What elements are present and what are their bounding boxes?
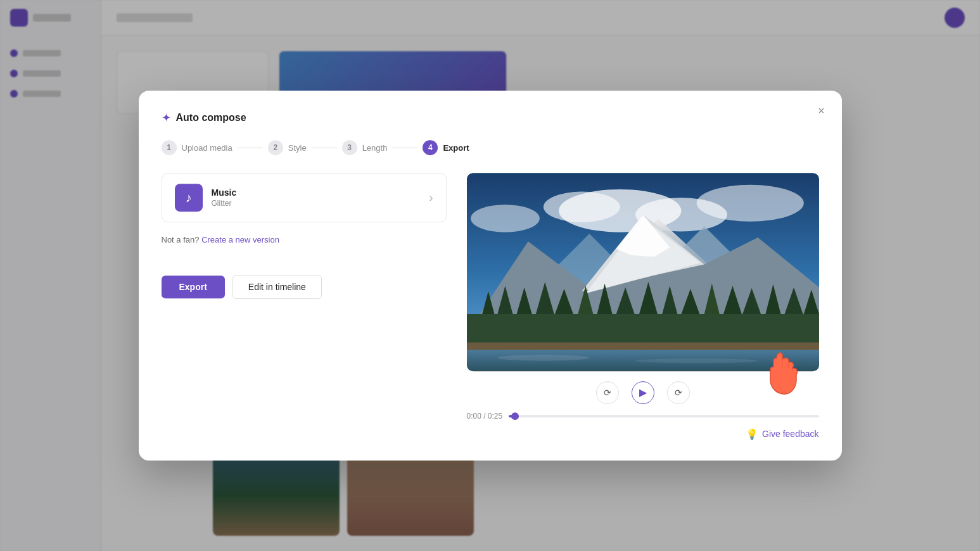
modal-right-panel: ⟳ ▶ ⟳ 0:00 / 0:25 (467, 173, 819, 440)
step-label-2: Style (288, 143, 307, 153)
step-number-1: 1 (162, 140, 177, 155)
chevron-right-icon: › (430, 191, 433, 205)
step-label-1: Upload media (182, 143, 232, 153)
svg-point-4 (696, 185, 803, 222)
give-feedback-label: Give feedback (762, 429, 819, 439)
edit-in-timeline-button[interactable]: Edit in timeline (232, 275, 322, 299)
auto-compose-modal: × ✦ Auto compose 1 Upload media 2 Style … (139, 91, 842, 460)
auto-compose-icon: ✦ (162, 111, 171, 125)
music-card-left: ♪ Music Glitter (175, 184, 237, 212)
stepper: 1 Upload media 2 Style 3 Length 4 Export (162, 140, 819, 155)
play-button[interactable]: ▶ (632, 381, 654, 404)
play-icon: ▶ (639, 386, 647, 398)
step-4: 4 Export (423, 140, 469, 155)
forward-icon: ⟳ (675, 388, 682, 398)
modal-header: ✦ Auto compose (162, 111, 819, 125)
modal-left-panel: ♪ Music Glitter › Not a fan? Create a ne… (162, 173, 447, 440)
time-display: 0:00 / 0:25 (467, 412, 503, 421)
progress-bar[interactable] (509, 415, 818, 417)
progress-dot (511, 412, 519, 420)
lightbulb-icon: 💡 (746, 428, 758, 440)
video-preview (467, 173, 819, 371)
video-scene-svg (467, 173, 819, 371)
step-number-2: 2 (268, 140, 283, 155)
music-icon: ♪ (175, 184, 203, 212)
step-divider-3 (392, 148, 417, 148)
rewind-icon: ⟳ (604, 388, 611, 398)
forward-button[interactable]: ⟳ (667, 381, 690, 404)
step-label-4: Export (443, 143, 469, 153)
create-new-version-link[interactable]: Create a new version (201, 235, 279, 244)
music-subtitle: Glitter (212, 199, 237, 208)
svg-rect-13 (467, 314, 819, 345)
step-divider-2 (312, 148, 337, 148)
music-note-icon: ♪ (186, 191, 192, 205)
modal-close-button[interactable]: × (811, 101, 832, 121)
close-icon: × (818, 104, 825, 118)
step-3: 3 Length (342, 140, 388, 155)
export-button[interactable]: Export (162, 276, 225, 298)
svg-point-5 (471, 205, 540, 232)
step-1: 1 Upload media (162, 140, 232, 155)
video-controls: ⟳ ▶ ⟳ 0:00 / 0:25 (467, 381, 819, 421)
step-2: 2 Style (268, 140, 307, 155)
svg-point-34 (635, 358, 757, 363)
svg-rect-31 (467, 343, 819, 350)
svg-point-2 (543, 192, 620, 222)
modal-footer: Export Edit in timeline (162, 275, 447, 299)
progress-row: 0:00 / 0:25 (467, 412, 819, 421)
controls-icons: ⟳ ▶ ⟳ (596, 381, 690, 404)
music-info: Music Glitter (212, 187, 237, 208)
step-number-4: 4 (423, 140, 438, 155)
step-number-3: 3 (342, 140, 357, 155)
step-divider-1 (238, 148, 263, 148)
modal-title: Auto compose (176, 112, 246, 124)
svg-point-33 (497, 355, 589, 361)
rewind-button[interactable]: ⟳ (596, 381, 619, 404)
give-feedback-row[interactable]: 💡 Give feedback (467, 428, 819, 440)
step-label-3: Length (362, 143, 388, 153)
music-card[interactable]: ♪ Music Glitter › (162, 173, 447, 222)
music-name: Music (212, 187, 237, 198)
modal-body: ♪ Music Glitter › Not a fan? Create a ne… (162, 173, 819, 440)
not-fan-text: Not a fan? Create a new version (162, 235, 447, 244)
